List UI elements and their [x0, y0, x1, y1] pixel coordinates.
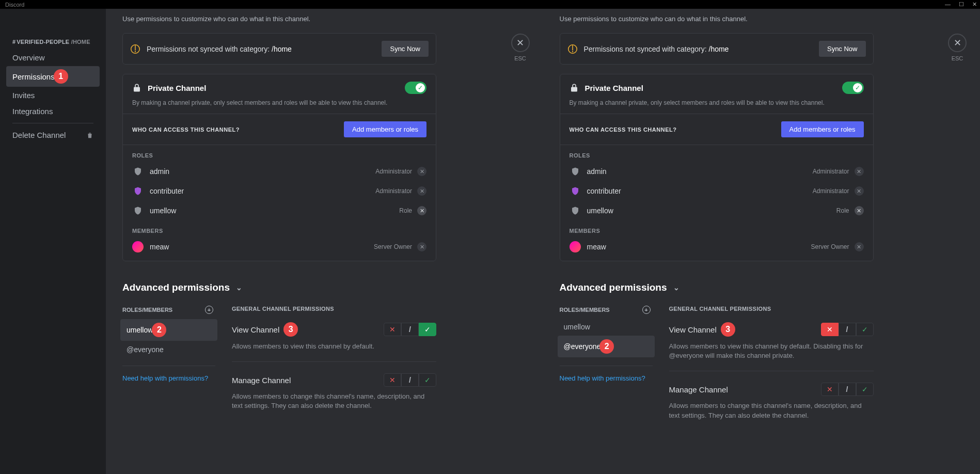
permission-deny[interactable]: ✕: [821, 383, 839, 396]
rm-item-everyone[interactable]: @everyone 2: [558, 336, 655, 357]
close-icon: ✕: [948, 34, 967, 52]
sidebar-item-invites[interactable]: Invites: [6, 88, 100, 103]
help-link[interactable]: Need help with permissions?: [122, 374, 215, 382]
rm-item-umellow[interactable]: umellow: [558, 319, 655, 335]
roles-members-label: ROLES/MEMBERS: [122, 307, 172, 313]
add-role-icon[interactable]: +: [205, 306, 213, 314]
permission-allow[interactable]: ✓: [856, 383, 874, 396]
advanced-permissions-heading[interactable]: Advanced permissions ⌄: [122, 282, 436, 293]
sidebar-item-integrations[interactable]: Integrations: [6, 104, 100, 119]
esc-label: ESC: [948, 55, 967, 61]
role-tag: Administrator: [813, 187, 849, 195]
remove-role-button: ✕: [855, 186, 864, 196]
add-members-button[interactable]: Add members or roles: [344, 121, 426, 137]
general-channel-permissions-header: GENERAL CHANNEL PERMISSIONS: [669, 306, 874, 312]
role-name: admin: [587, 167, 607, 176]
chevron-down-icon: ⌄: [673, 283, 679, 292]
remove-member-button: ✕: [417, 242, 426, 251]
role-row: umellow Role ✕: [123, 201, 436, 220]
role-row: admin Administrator ✕: [560, 162, 873, 181]
divider: [122, 366, 215, 366]
divider: [669, 371, 874, 371]
lock-icon: [132, 83, 141, 92]
rm-label: @everyone: [564, 342, 601, 351]
member-row: meaw Server Owner ✕: [560, 237, 873, 261]
close-icon: ✕: [511, 34, 530, 52]
channel-path: /HOME: [71, 39, 90, 45]
hash-icon: #: [12, 39, 15, 45]
permission-neutral[interactable]: /: [401, 373, 419, 387]
permission-manage-channel: Manage Channel ✕ / ✓ Allows members to c…: [669, 383, 874, 420]
sidebar-item-delete[interactable]: Delete Channel: [6, 128, 100, 143]
remove-member-button: ✕: [855, 242, 864, 251]
annotation-badge-2: 2: [599, 339, 614, 354]
shield-icon: [132, 166, 144, 177]
help-link[interactable]: Need help with permissions?: [560, 374, 653, 382]
sidebar-header: #VERIFIED-PEOPLE /HOME: [12, 39, 93, 45]
private-subtitle: By making a channel private, only select…: [123, 96, 436, 114]
members-header: MEMBERS: [560, 220, 873, 237]
check-icon: ✓: [416, 83, 425, 92]
shield-icon: [132, 205, 144, 216]
member-name: meaw: [150, 243, 169, 251]
permission-neutral[interactable]: /: [401, 323, 419, 336]
private-toggle[interactable]: ✓: [842, 82, 864, 94]
role-name: contributer: [150, 187, 184, 195]
member-tag: Server Owner: [811, 243, 849, 250]
permission-neutral[interactable]: /: [839, 383, 856, 396]
sidebar-item-permissions[interactable]: Permissions 1: [6, 66, 100, 87]
sync-card: Permissions not synced with category: /h…: [122, 33, 436, 65]
window-maximize[interactable]: ☐: [959, 1, 964, 8]
permission-view-channel: View Channel 3 ✕ / ✓ Allows members to v…: [669, 322, 874, 371]
sync-category-path: /home: [709, 45, 729, 53]
permission-deny[interactable]: ✕: [384, 323, 401, 336]
close-settings-button[interactable]: ✕ ESC: [511, 34, 530, 61]
permission-neutral[interactable]: /: [839, 323, 856, 336]
add-members-button[interactable]: Add members or roles: [781, 121, 864, 137]
role-row: contributer Administrator ✕: [560, 181, 873, 201]
window-close[interactable]: ✕: [972, 1, 977, 8]
chevron-down-icon: ⌄: [236, 283, 242, 292]
permission-allow[interactable]: ✓: [419, 323, 436, 336]
permission-manage-channel: Manage Channel ✕ / ✓ Allows members to c…: [232, 373, 436, 410]
sync-now-button[interactable]: Sync Now: [382, 41, 429, 57]
remove-role-button[interactable]: ✕: [855, 206, 864, 215]
annotation-badge-2: 2: [152, 323, 166, 337]
sync-now-button[interactable]: Sync Now: [819, 41, 866, 57]
role-name: admin: [150, 167, 169, 176]
permission-description: Allows members to change this channel's …: [669, 401, 874, 420]
window-minimize[interactable]: —: [945, 1, 951, 8]
permission-deny[interactable]: ✕: [384, 373, 401, 387]
role-name: contributer: [587, 187, 621, 195]
sidebar-item-overview[interactable]: Overview: [6, 50, 100, 65]
role-row: umellow Role ✕: [560, 201, 873, 220]
private-toggle[interactable]: ✓: [405, 82, 426, 94]
members-header: MEMBERS: [123, 220, 436, 237]
sidebar-item-label: Invites: [12, 91, 35, 100]
role-tag: Administrator: [813, 168, 849, 175]
private-subtitle: By making a channel private, only select…: [560, 96, 873, 114]
rm-item-umellow[interactable]: umellow 2: [120, 319, 217, 341]
remove-role-button: ✕: [417, 186, 426, 196]
heading-text: Advanced permissions: [122, 282, 230, 293]
member-tag: Server Owner: [374, 243, 412, 250]
esc-label: ESC: [511, 55, 530, 61]
sync-category-path: /home: [272, 45, 292, 53]
permission-allow[interactable]: ✓: [419, 373, 436, 387]
add-role-icon[interactable]: +: [642, 306, 651, 314]
close-settings-button[interactable]: ✕ ESC: [948, 34, 967, 61]
permission-deny[interactable]: ✕: [821, 323, 839, 336]
sync-text: Permissions not synced with category: /h…: [584, 45, 729, 53]
permission-description: Allows members to change this channel's …: [232, 392, 436, 410]
shield-icon: [570, 185, 581, 197]
rm-label: umellow: [564, 323, 590, 331]
remove-role-button: ✕: [417, 167, 426, 176]
sync-text: Permissions not synced with category: /h…: [147, 45, 292, 53]
remove-role-button: ✕: [855, 167, 864, 176]
sidebar-item-label: Permissions: [12, 72, 55, 81]
advanced-permissions-heading[interactable]: Advanced permissions ⌄: [560, 282, 874, 293]
remove-role-button[interactable]: ✕: [417, 206, 426, 215]
rm-item-everyone[interactable]: @everyone: [120, 342, 217, 357]
permission-allow[interactable]: ✓: [856, 323, 874, 336]
rm-label: umellow: [127, 326, 153, 334]
